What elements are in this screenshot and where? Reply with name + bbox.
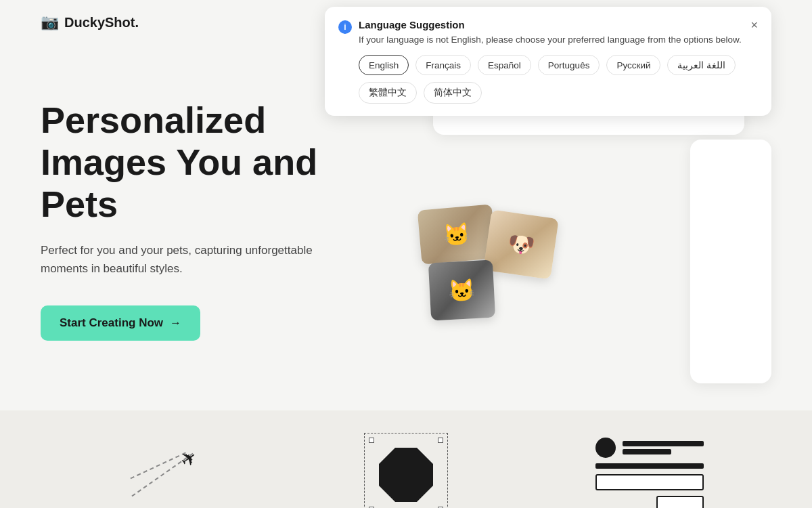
lang-banner-title: Language Suggestion — [359, 19, 742, 30]
cat-icon-3: 🐱 — [428, 260, 495, 321]
bottom-section: ✈ — [0, 410, 812, 508]
handle-top-right — [438, 438, 443, 443]
lang-pill-zh-cn[interactable]: 简体中文 — [424, 82, 482, 104]
lang-banner-text: Language Suggestion If your language is … — [359, 19, 742, 47]
profile-lines — [623, 441, 704, 454]
paper-plane-illustration: ✈ — [122, 434, 203, 508]
language-banner: i Language Suggestion If your language i… — [325, 7, 771, 116]
lang-pill-en[interactable]: English — [359, 55, 409, 75]
octagon-illustration — [359, 427, 453, 508]
lang-pill-zh-tw[interactable]: 繁體中文 — [359, 82, 417, 104]
hero-left: Personalized Images You and Pets Perfect… — [41, 72, 406, 370]
start-creating-button[interactable]: Start Creating Now → — [41, 305, 200, 341]
cta-arrow: → — [170, 316, 181, 330]
profile-form-illustration — [595, 438, 704, 508]
cat-icon-1: 🐱 — [418, 204, 497, 264]
photos-collage: 🐱 🐶 🐱 — [420, 207, 568, 329]
pet-photo-3: 🐱 — [428, 260, 495, 321]
avatar-circle — [595, 438, 616, 458]
hero-subtitle: Perfect for you and your pets, capturing… — [41, 241, 325, 278]
lang-banner-close-button[interactable]: × — [750, 19, 758, 31]
lang-banner-header: i Language Suggestion If your language i… — [338, 19, 758, 47]
hero-right: 🐱 🐶 🐱 — [406, 72, 771, 370]
line-short — [623, 449, 671, 454]
form-bar-1 — [595, 463, 704, 469]
plane-icon: ✈ — [176, 445, 202, 472]
brand-name: DuckyShot. — [64, 15, 139, 30]
pet-photo-1: 🐱 — [418, 204, 497, 264]
illustration-shape — [304, 427, 508, 508]
language-options: EnglishFrançaisEspañolPortuguêsРусскийال… — [338, 55, 758, 104]
lang-banner-desc: If your language is not English, please … — [359, 33, 742, 47]
lang-pill-ru[interactable]: Русский — [606, 55, 660, 75]
preview-card — [690, 140, 771, 383]
lang-pill-pt[interactable]: Português — [538, 55, 600, 75]
logo[interactable]: 📷 DuckyShot. — [41, 14, 139, 31]
illustration-profile — [548, 427, 751, 508]
camera-icon: 📷 — [41, 14, 59, 31]
pet-photo-2: 🐶 — [483, 209, 559, 279]
info-icon: i — [338, 20, 352, 34]
form-field-2 — [656, 496, 704, 508]
cat-icon-2: 🐶 — [483, 209, 559, 279]
lang-pill-fr[interactable]: Français — [415, 55, 471, 75]
handle-top-left — [369, 438, 374, 443]
lang-pill-es[interactable]: Español — [478, 55, 531, 75]
profile-row — [595, 438, 704, 458]
lang-pill-ar[interactable]: اللغة العربية — [667, 55, 736, 75]
hero-title: Personalized Images You and Pets — [41, 99, 392, 225]
form-field-1 — [595, 474, 704, 490]
illustration-send: ✈ — [61, 427, 264, 508]
line-long — [623, 441, 704, 446]
cta-label: Start Creating Now — [60, 316, 163, 330]
octagon-shape — [379, 448, 433, 502]
